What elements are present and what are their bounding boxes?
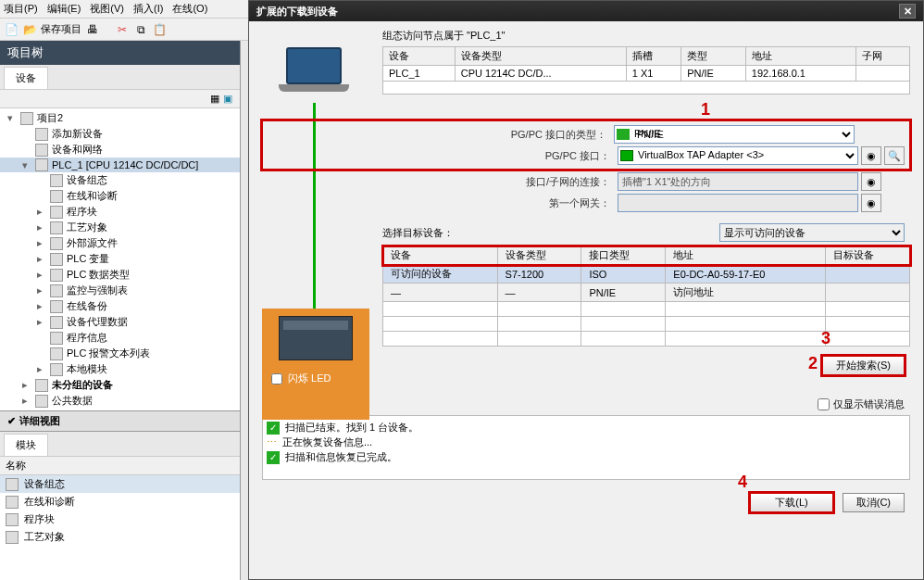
download-button[interactable]: 下载(L) [750,493,832,512]
device-row[interactable]: ——PN/IE访问地址 [383,284,910,302]
download-dialog: 扩展的下载到设备 ✕ 闪烁 LED 组态访问节点属于 "PLC_1" 设备 设备… [248,0,924,580]
dev-th: 接口类型 [581,246,666,265]
device-row[interactable]: 可访问的设备S7-1200ISOE0-DC-A0-59-17-E0 [383,265,910,284]
gw-input [618,194,858,212]
tree-item[interactable]: ▸外部源文件 [0,235,240,251]
log-line: ✓扫描和信息恢复已完成。 [267,450,905,464]
tree-item[interactable]: 在线和诊断 [0,188,240,204]
detail-view-title: ✔详细视图 [0,410,240,432]
tree-item[interactable]: ▸本地模块 [0,361,240,377]
tree-item[interactable]: ▾PLC_1 [CPU 1214C DC/DC/DC] [0,158,240,172]
conn-input [618,172,858,191]
conn-label: 接口/子网的连接： [526,175,610,189]
log-line: ✓扫描已结束。找到 1 台设备。 [267,421,905,435]
cfg-td: 192.168.0.1 [745,66,855,82]
tree-item[interactable]: ▸PLC 数据类型 [0,267,240,283]
pgpc-if-select[interactable] [618,146,858,165]
cfg-td: PN/IE [681,66,746,82]
annotation-1: 1 [701,100,710,120]
copy-icon[interactable]: ⧉ [133,22,148,37]
tab-modules[interactable]: 模块 [4,434,48,456]
tree-item[interactable]: 设备组态 [0,172,240,188]
close-icon[interactable]: ✕ [899,4,916,19]
detail-header: 名称 [0,457,240,475]
config-icon[interactable]: ◉ [861,172,881,191]
menu-view[interactable]: 视图(V) [90,2,124,16]
cfg-td [855,66,909,82]
errors-only-checkbox[interactable]: 仅显示错误消息 [818,397,905,411]
detail-row[interactable]: 程序块 [0,511,240,528]
dev-th: 设备类型 [497,246,581,265]
gw-label: 第一个网关： [549,196,610,210]
tree-tool-icon[interactable]: ▦ [210,93,219,105]
open-icon[interactable]: 📂 [22,22,37,37]
cfg-th: 设备 [383,47,456,66]
device-table[interactable]: 设备设备类型接口类型地址目标设备 可访问的设备S7-1200ISOE0-DC-A… [382,246,910,347]
tree-toolbar: ▦ ▣ [0,90,240,108]
start-search-button[interactable]: 开始搜索(S) [822,356,905,375]
detail-row[interactable]: 在线和诊断 [0,493,240,511]
tree-item[interactable]: 程序信息 [0,330,240,346]
tree-item[interactable]: ▸工艺对象 [0,220,240,235]
project-tree-panel: 项目树 设备 ▦ ▣ ▾项目2添加新设备设备和网络▾PLC_1 [CPU 121… [0,41,241,580]
cancel-button[interactable]: 取消(C) [843,493,905,512]
config-table: 设备 设备类型 插槽 类型 地址 子网 PLC_1 CPU 1214C DC/D… [382,46,910,95]
tree-item[interactable]: ▸PLC 变量 [0,251,240,267]
config-icon[interactable]: ◉ [861,146,881,165]
cut-icon[interactable]: ✂ [115,22,130,37]
search-icon[interactable]: 🔍 [884,146,905,165]
log-line: ⋯正在恢复设备信息... [267,435,905,449]
dev-th: 地址 [666,246,826,265]
pgpc-if-label: PG/PC 接口： [545,149,610,163]
menu-edit[interactable]: 编辑(E) [47,2,81,16]
project-tree[interactable]: ▾项目2添加新设备设备和网络▾PLC_1 [CPU 1214C DC/DC/DC… [0,108,240,410]
detail-row[interactable]: 工艺对象 [0,528,240,546]
print-icon[interactable]: 🖶 [85,22,100,37]
display-mode-select[interactable]: 显示可访问的设备 [719,223,905,242]
tree-item[interactable]: ▸公共数据 [0,393,240,409]
tree-tool-icon[interactable]: ▣ [223,93,232,105]
tab-devices[interactable]: 设备 [4,67,48,89]
menu-project[interactable]: 项目(P) [4,2,38,16]
cfg-td: PLC_1 [383,66,456,82]
tree-item[interactable]: ▸监控与强制表 [0,283,240,298]
save-project-button[interactable]: 保存项目 [41,22,81,36]
tree-item[interactable]: ▸程序块 [0,204,240,220]
dialog-titlebar: 扩展的下载到设备 ✕ [249,1,923,21]
project-tree-tabs: 设备 [0,65,240,90]
tree-item[interactable]: ▾项目2 [0,110,240,126]
detail-row[interactable]: 设备组态 [0,475,240,493]
annotation-3: 3 [821,329,830,348]
pgpc-type-select[interactable]: PN/IE [614,125,855,144]
tree-item[interactable]: 添加新设备 [0,126,240,142]
cfg-td: 1 X1 [626,66,681,82]
cfg-th: 设备类型 [455,47,626,66]
project-tree-title: 项目树 [0,41,240,65]
dialog-title: 扩展的下载到设备 [256,5,338,19]
tree-item[interactable]: 设备和网络 [0,142,240,158]
tree-item[interactable]: ▸在线备份 [0,298,240,314]
errors-only-input[interactable] [818,398,830,410]
config-icon[interactable]: ◉ [861,194,881,212]
config-title: 组态访问节点属于 "PLC_1" [382,29,910,43]
cfg-th: 地址 [745,47,855,66]
cfg-td: CPU 1214C DC/D... [455,66,626,82]
menu-online[interactable]: 在线(O) [172,2,207,16]
pgpc-type-label: PG/PC 接口的类型： [511,128,606,142]
tree-item[interactable]: ▸设备代理数据 [0,314,240,330]
dev-th: 目标设备 [826,246,910,265]
tree-item[interactable]: PLC 报警文本列表 [0,346,240,361]
select-target-label: 选择目标设备： [382,226,454,240]
annotation-2: 2 [808,354,818,373]
cfg-th: 插槽 [626,47,681,66]
log-box: ✓扫描已结束。找到 1 台设备。⋯正在恢复设备信息...✓扫描和信息恢复已完成。 [262,415,910,480]
detail-list[interactable]: 名称 设备组态在线和诊断程序块工艺对象 [0,457,240,559]
annotation-4: 4 [738,473,747,492]
paste-icon[interactable]: 📋 [152,22,167,37]
laptop-icon [277,47,351,103]
menu-insert[interactable]: 插入(I) [133,2,163,16]
tree-item[interactable]: ▸未分组的设备 [0,377,240,393]
new-icon[interactable]: 📄 [4,22,19,37]
cfg-th: 类型 [681,47,746,66]
cfg-th: 子网 [855,47,909,66]
